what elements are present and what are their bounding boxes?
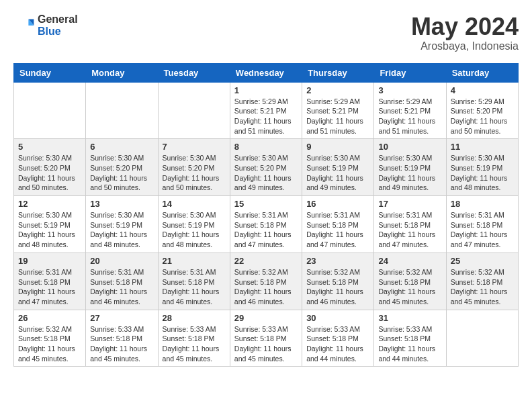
daylight-text: Daylight: 11 hours and 50 minutes. (163, 173, 226, 193)
daylight-text: Daylight: 11 hours and 46 minutes. (234, 287, 298, 306)
calendar-cell: 14 Sunrise: 5:30 AM Sunset: 5:19 PM Dayl… (158, 196, 230, 253)
day-number: 1 (234, 85, 298, 95)
sunset-text: Sunset: 5:19 PM (378, 163, 441, 173)
daylight-text: Daylight: 11 hours and 44 minutes. (378, 344, 441, 363)
week-row-5: 26 Sunrise: 5:32 AM Sunset: 5:18 PM Dayl… (14, 310, 519, 367)
calendar-cell: 31 Sunrise: 5:33 AM Sunset: 5:18 PM Dayl… (374, 310, 446, 367)
sunrise-text: Sunrise: 5:31 AM (90, 267, 153, 277)
week-row-2: 5 Sunrise: 5:30 AM Sunset: 5:20 PM Dayli… (14, 139, 519, 196)
sunset-text: Sunset: 5:18 PM (18, 277, 81, 287)
week-row-4: 19 Sunrise: 5:31 AM Sunset: 5:18 PM Dayl… (14, 253, 519, 310)
day-number: 22 (234, 256, 298, 266)
day-number: 17 (378, 199, 441, 209)
sunset-text: Sunset: 5:20 PM (18, 163, 81, 173)
day-info: Sunrise: 5:30 AM Sunset: 5:19 PM Dayligh… (378, 153, 441, 193)
sunrise-text: Sunrise: 5:29 AM (234, 97, 298, 107)
daylight-text: Daylight: 11 hours and 49 minutes. (234, 173, 298, 193)
day-number: 20 (90, 256, 153, 266)
calendar-cell (86, 82, 158, 139)
day-info: Sunrise: 5:30 AM Sunset: 5:19 PM Dayligh… (18, 210, 81, 250)
logo-text: General Blue (38, 13, 78, 37)
day-number: 25 (451, 256, 514, 266)
day-info: Sunrise: 5:29 AM Sunset: 5:20 PM Dayligh… (451, 97, 514, 136)
sunrise-text: Sunrise: 5:30 AM (451, 153, 514, 163)
calendar-cell: 22 Sunrise: 5:32 AM Sunset: 5:18 PM Dayl… (230, 253, 302, 310)
sunset-text: Sunset: 5:19 PM (163, 220, 226, 230)
day-info: Sunrise: 5:31 AM Sunset: 5:18 PM Dayligh… (18, 267, 81, 307)
sunset-text: Sunset: 5:18 PM (306, 220, 369, 230)
calendar-cell: 15 Sunrise: 5:31 AM Sunset: 5:18 PM Dayl… (230, 196, 302, 253)
sunset-text: Sunset: 5:18 PM (378, 334, 441, 344)
daylight-text: Daylight: 11 hours and 46 minutes. (306, 287, 369, 306)
day-info: Sunrise: 5:30 AM Sunset: 5:20 PM Dayligh… (234, 153, 298, 193)
logo: General Blue (13, 13, 78, 37)
calendar-location: Arosbaya, Indonesia (411, 40, 519, 52)
day-number: 31 (378, 313, 441, 323)
calendar-cell: 3 Sunrise: 5:29 AM Sunset: 5:21 PM Dayli… (374, 82, 446, 139)
sunrise-text: Sunrise: 5:33 AM (306, 324, 369, 334)
calendar-cell: 7 Sunrise: 5:30 AM Sunset: 5:20 PM Dayli… (158, 139, 230, 196)
day-info: Sunrise: 5:31 AM Sunset: 5:18 PM Dayligh… (451, 210, 514, 250)
sunset-text: Sunset: 5:18 PM (90, 334, 153, 344)
daylight-text: Daylight: 11 hours and 50 minutes. (90, 173, 153, 193)
calendar-cell: 20 Sunrise: 5:31 AM Sunset: 5:18 PM Dayl… (86, 253, 158, 310)
calendar-cell: 26 Sunrise: 5:32 AM Sunset: 5:18 PM Dayl… (14, 310, 86, 367)
day-info: Sunrise: 5:33 AM Sunset: 5:18 PM Dayligh… (378, 324, 441, 364)
day-number: 19 (18, 256, 81, 266)
daylight-text: Daylight: 11 hours and 45 minutes. (90, 344, 153, 363)
day-number: 7 (163, 142, 226, 152)
daylight-text: Daylight: 11 hours and 46 minutes. (163, 287, 226, 306)
calendar-cell (158, 82, 230, 139)
sunrise-text: Sunrise: 5:30 AM (18, 210, 81, 220)
day-number: 8 (234, 142, 298, 152)
page-header: General Blue May 2024 Arosbaya, Indonesi… (13, 13, 519, 52)
sunset-text: Sunset: 5:18 PM (18, 334, 81, 344)
sunset-text: Sunset: 5:21 PM (234, 106, 298, 116)
day-number: 4 (451, 85, 514, 95)
day-number: 18 (451, 199, 514, 209)
day-info: Sunrise: 5:32 AM Sunset: 5:18 PM Dayligh… (18, 324, 81, 364)
daylight-text: Daylight: 11 hours and 47 minutes. (378, 230, 441, 249)
daylight-text: Daylight: 11 hours and 47 minutes. (451, 230, 514, 249)
calendar-cell: 19 Sunrise: 5:31 AM Sunset: 5:18 PM Dayl… (14, 253, 86, 310)
calendar-cell: 27 Sunrise: 5:33 AM Sunset: 5:18 PM Dayl… (86, 310, 158, 367)
calendar-title: May 2024 (411, 13, 519, 40)
sunset-text: Sunset: 5:18 PM (234, 334, 298, 344)
sunset-text: Sunset: 5:18 PM (163, 277, 226, 287)
daylight-text: Daylight: 11 hours and 45 minutes. (234, 344, 298, 363)
calendar-cell: 2 Sunrise: 5:29 AM Sunset: 5:21 PM Dayli… (302, 82, 374, 139)
day-info: Sunrise: 5:33 AM Sunset: 5:18 PM Dayligh… (234, 324, 298, 364)
calendar-cell: 24 Sunrise: 5:32 AM Sunset: 5:18 PM Dayl… (374, 253, 446, 310)
day-number: 11 (451, 142, 514, 152)
daylight-text: Daylight: 11 hours and 50 minutes. (18, 173, 81, 193)
day-info: Sunrise: 5:31 AM Sunset: 5:18 PM Dayligh… (234, 210, 298, 250)
daylight-text: Daylight: 11 hours and 44 minutes. (306, 344, 369, 363)
sunset-text: Sunset: 5:18 PM (234, 277, 298, 287)
day-number: 27 (90, 313, 153, 323)
day-number: 21 (163, 256, 226, 266)
title-block: May 2024 Arosbaya, Indonesia (411, 13, 519, 52)
calendar-cell: 30 Sunrise: 5:33 AM Sunset: 5:18 PM Dayl… (302, 310, 374, 367)
sunrise-text: Sunrise: 5:29 AM (306, 97, 369, 107)
weekday-header-row: SundayMondayTuesdayWednesdayThursdayFrid… (14, 63, 519, 82)
calendar-cell: 29 Sunrise: 5:33 AM Sunset: 5:18 PM Dayl… (230, 310, 302, 367)
calendar-table: SundayMondayTuesdayWednesdayThursdayFrid… (13, 63, 519, 367)
day-info: Sunrise: 5:30 AM Sunset: 5:19 PM Dayligh… (306, 153, 369, 193)
daylight-text: Daylight: 11 hours and 47 minutes. (18, 287, 81, 306)
week-row-3: 12 Sunrise: 5:30 AM Sunset: 5:19 PM Dayl… (14, 196, 519, 253)
day-number: 14 (163, 199, 226, 209)
daylight-text: Daylight: 11 hours and 48 minutes. (451, 173, 514, 193)
weekday-header-friday: Friday (374, 63, 446, 82)
sunrise-text: Sunrise: 5:32 AM (451, 267, 514, 277)
day-number: 28 (163, 313, 226, 323)
weekday-header-wednesday: Wednesday (230, 63, 302, 82)
sunset-text: Sunset: 5:20 PM (451, 106, 514, 116)
weekday-header-tuesday: Tuesday (158, 63, 230, 82)
day-info: Sunrise: 5:32 AM Sunset: 5:18 PM Dayligh… (234, 267, 298, 307)
calendar-cell: 1 Sunrise: 5:29 AM Sunset: 5:21 PM Dayli… (230, 82, 302, 139)
daylight-text: Daylight: 11 hours and 47 minutes. (306, 230, 369, 249)
sunrise-text: Sunrise: 5:33 AM (378, 324, 441, 334)
sunrise-text: Sunrise: 5:30 AM (90, 210, 153, 220)
daylight-text: Daylight: 11 hours and 48 minutes. (163, 230, 226, 249)
calendar-cell: 17 Sunrise: 5:31 AM Sunset: 5:18 PM Dayl… (374, 196, 446, 253)
